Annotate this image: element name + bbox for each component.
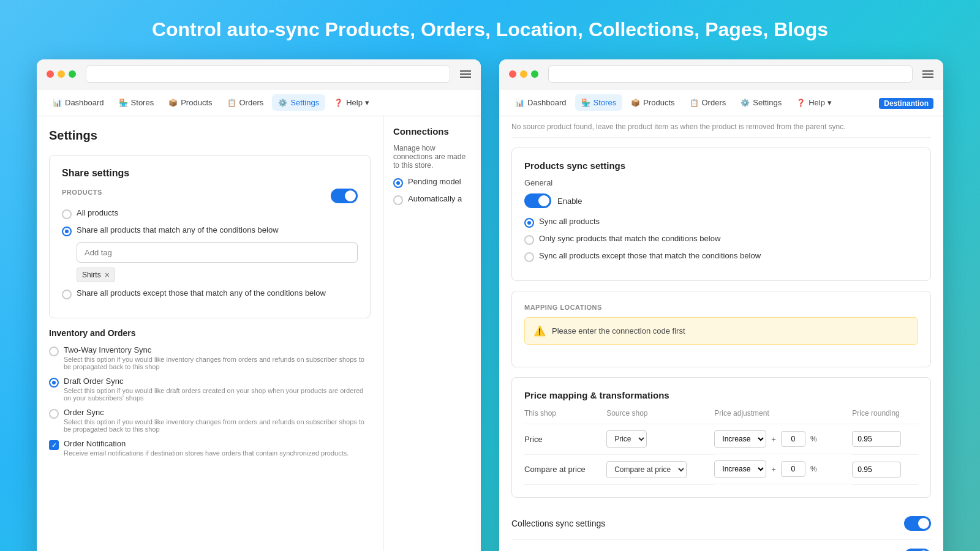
radio-all-products[interactable]: All products [62,208,358,219]
dot-red[interactable] [47,70,54,78]
nav-orders[interactable]: 📋 Orders [221,94,270,111]
right-main-content: No source product found, leave the produ… [499,116,943,551]
right-nav-products[interactable]: 📦 Products [625,94,680,111]
right-hamburger-icon[interactable] [922,70,933,78]
radio-order-sync[interactable]: Order Sync Select this option if you wou… [49,408,371,433]
right-products-icon: 📦 [631,99,640,107]
inventory-title: Inventory and Orders [49,328,371,338]
right-nav-orders[interactable]: 📋 Orders [684,94,733,111]
enable-label: Enable [557,197,582,206]
right-nav-help[interactable]: ❓ Help ▾ [790,94,837,111]
page-title: Control auto-sync Products, Orders, Loca… [152,18,828,41]
radio-twoway-desc: Select this option if you would like inv… [64,356,371,370]
row2-rounding-input[interactable] [852,462,901,478]
row1-increase-select[interactable]: Increase [714,430,766,448]
dot-green[interactable] [69,70,76,78]
left-window-chrome [37,59,481,89]
mapping-label: MAPPING LOCATIONS [524,304,918,311]
dot-yellow[interactable] [58,70,65,78]
radio-draft-desc: Select this option if you would like dra… [64,387,371,402]
row2-increase-select[interactable]: Increase [714,460,766,478]
connections-title: Connections [393,126,471,137]
row2-plus: + [771,465,776,474]
right-nav-dashboard-label: Dashboard [527,98,567,107]
radio-all-products-circle [62,209,72,219]
conn-auto-label: Automatically a [408,194,462,203]
price-mapping-title: Price mapping & transformations [524,390,918,400]
collections-sync-toggle[interactable] [904,516,931,531]
sync-all-products[interactable]: Sync all products [524,217,918,228]
row1-plus: + [771,435,776,444]
radio-draft-label: Draft Order Sync [64,377,371,386]
price-row-1: Price Price Increase + [524,424,918,455]
radio-twoway-circle [49,347,59,356]
products-label: PRODUCTS [62,189,102,196]
sync-except-conditions[interactable]: Sync all products except those that matc… [524,251,918,262]
tag-label: Shirts [82,271,101,279]
row1-source-select[interactable]: Price [606,430,647,448]
nav-products[interactable]: 📦 Products [162,94,218,111]
right-dot-green[interactable] [531,70,538,78]
products-header: PRODUCTS [62,189,358,203]
nav-orders-label: Orders [239,98,264,107]
products-sync-card: Products sync settings General Enable Sy… [511,148,931,281]
left-content: Settings Share settings PRODUCTS All pro… [37,116,383,551]
right-nav-dashboard[interactable]: 📊 Dashboard [509,94,573,111]
nav-help[interactable]: ❓ Help ▾ [328,94,375,111]
enable-toggle[interactable] [524,193,551,208]
notification-checkbox[interactable] [49,440,59,450]
col-price-adjustment: Price adjustment [714,409,852,424]
nav-dashboard[interactable]: 📊 Dashboard [47,94,110,111]
right-dot-yellow[interactable] [520,70,527,78]
right-screen: 📊 Dashboard 🏪 Stores 📦 Products 📋 Orders… [499,59,943,551]
pages-sync-toggle[interactable] [904,549,931,552]
products-toggle[interactable] [331,189,358,203]
right-orders-icon: 📋 [690,99,699,107]
products-icon: 📦 [168,99,178,107]
left-navbar: 📊 Dashboard 🏪 Stores 📦 Products 📋 Orders… [37,89,481,116]
row1-rounding-input[interactable] [852,431,901,447]
products-sync-title: Products sync settings [524,160,918,171]
radio-match-label: Share all products that match any of the… [77,225,279,234]
right-nav-settings-label: Settings [753,98,782,107]
hamburger-menu-icon[interactable] [460,70,471,78]
right-nav-settings[interactable]: ⚙️ Settings [734,94,788,111]
conn-auto-circle [393,195,403,205]
radio-twoway[interactable]: Two-Way Inventory Sync Select this optio… [49,345,371,370]
conn-pending[interactable]: Pending model [393,177,471,188]
row2-number-input[interactable] [781,461,805,477]
radio-except-conditions[interactable]: Share all products except those that mat… [62,288,358,299]
radio-match-conditions[interactable]: Share all products that match any of the… [62,225,358,236]
right-dot-red[interactable] [509,70,516,78]
nav-stores[interactable]: 🏪 Stores [113,94,160,111]
inventory-section: Inventory and Orders Two-Way Inventory S… [49,328,371,457]
sync-match-conditions[interactable]: Only sync products that match the condit… [524,234,918,245]
collections-sync-row: Collections sync settings [511,508,931,540]
right-stores-icon: 🏪 [581,99,590,107]
row2-source-select[interactable]: Compare at price [606,461,687,478]
tag-input[interactable] [77,242,358,263]
nav-settings[interactable]: ⚙️ Settings [272,94,325,111]
general-label: General [524,178,918,187]
row1-shop-label: Price [524,424,606,455]
right-settings-icon: ⚙️ [741,99,750,107]
row1-number-input[interactable] [781,431,805,447]
price-table: This shop Source shop Price adjustment P… [524,409,918,485]
radio-draft[interactable]: Draft Order Sync Select this option if y… [49,377,371,402]
right-address-bar[interactable] [548,66,913,83]
right-nav-stores-label: Stores [594,98,617,107]
price-row-2: Compare at price Compare at price Increa… [524,454,918,484]
conn-auto[interactable]: Automatically a [393,194,471,205]
right-nav-stores[interactable]: 🏪 Stores [575,94,623,111]
price-mapping-card: Price mapping & transformations This sho… [511,377,931,498]
tag-remove-icon[interactable]: × [105,270,110,280]
radio-order-circle [49,409,59,419]
address-bar[interactable] [86,66,450,83]
order-notification[interactable]: Order Notification Receive email notific… [49,439,371,457]
sync-match-circle [524,235,534,245]
settings-icon: ⚙️ [278,99,287,107]
row2-percent: % [810,465,817,473]
right-nav-orders-label: Orders [702,98,726,107]
notification-desc: Receive email notifications if destinati… [64,449,349,457]
row1-percent: % [810,435,817,443]
